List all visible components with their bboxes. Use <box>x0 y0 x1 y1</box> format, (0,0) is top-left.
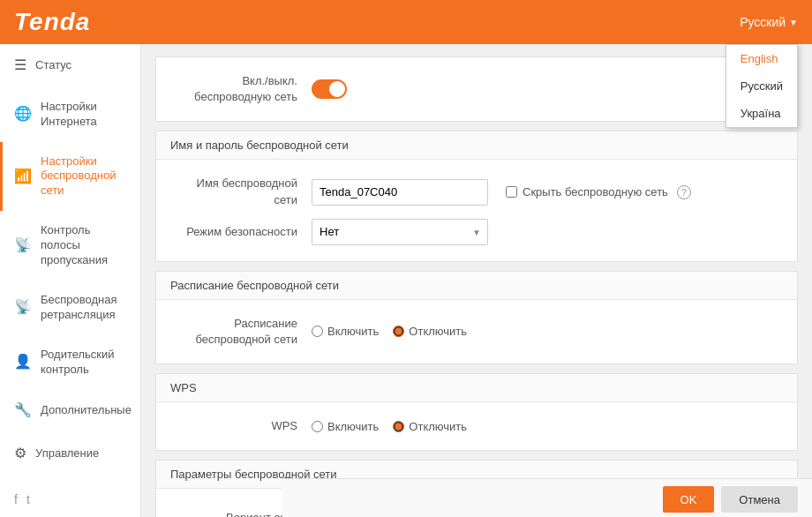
schedule-body: Расписание беспроводной сети Включить От… <box>156 300 797 363</box>
bandwidth-icon: 📡 <box>14 236 32 255</box>
network-name-title: Имя и пароль беспроводной сети <box>156 131 797 160</box>
sidebar-label-advanced: Дополнительные <box>41 403 132 418</box>
toggle-slider[interactable] <box>312 79 347 99</box>
layout: ☰ Статус 🌐 Настройки Интернета 📶 Настрой… <box>0 44 812 517</box>
security-label: Режим безопасности <box>170 224 312 240</box>
sidebar-label-parental: Родительский контроль <box>41 348 126 378</box>
wps-title: WPS <box>156 374 797 402</box>
ssid-control: Скрыть беспроводную сеть ? <box>312 179 783 206</box>
wps-control: Включить Отключить <box>312 420 783 433</box>
toggle-section: Вкл./выкл. беспроводную сеть <box>155 56 798 122</box>
wps-body: WPS Включить Отключить <box>156 402 797 450</box>
sidebar-item-parental[interactable]: 👤 Родительский контроль <box>0 335 140 390</box>
toggle-section-body: Вкл./выкл. беспроводную сеть <box>156 57 797 121</box>
security-row: Режим безопасности Нет WPA/WPA2 WEP ▼ <box>170 214 783 251</box>
schedule-row: Расписание беспроводной сети Включить От… <box>170 311 783 353</box>
hide-network-text: Скрыть беспроводную сеть <box>523 185 668 199</box>
wps-disable-radio[interactable] <box>393 421 404 432</box>
sidebar-label-bandwidth: Контроль полосы пропускания <box>41 223 126 268</box>
schedule-disable-label[interactable]: Отключить <box>393 325 467 338</box>
sidebar-label-relay: Беспроводная ретрансляция <box>41 293 126 323</box>
wps-section: WPS WPS Включить Отключить <box>155 373 798 451</box>
hide-network-checkbox[interactable] <box>506 186 517 198</box>
sidebar-item-status[interactable]: ☰ Статус <box>0 44 140 87</box>
toggle-control <box>312 79 783 99</box>
internet-icon: 🌐 <box>14 105 32 124</box>
parental-icon: 👤 <box>14 353 32 371</box>
network-name-section: Имя и пароль беспроводной сети Имя беспр… <box>155 131 798 261</box>
language-button[interactable]: Русский <box>740 15 798 29</box>
twitter-icon[interactable]: t <box>26 492 30 506</box>
manage-icon: ⚙ <box>14 445 26 463</box>
sidebar: ☰ Статус 🌐 Настройки Интернета 📶 Настрой… <box>0 44 141 517</box>
schedule-enable-label[interactable]: Включить <box>312 325 379 338</box>
help-icon[interactable]: ? <box>677 185 691 199</box>
lang-option-english[interactable]: English <box>726 45 797 72</box>
header: Tenda Русский English Русский Україна <box>0 0 812 44</box>
wps-disable-label[interactable]: Отключить <box>393 420 467 433</box>
wps-enable-radio[interactable] <box>312 421 323 432</box>
wps-enable-label[interactable]: Включить <box>312 420 379 433</box>
relay-icon: 📡 <box>14 298 32 317</box>
logo: Tenda <box>14 8 90 36</box>
sidebar-item-bandwidth[interactable]: 📡 Контроль полосы пропускания <box>0 211 140 281</box>
lang-option-ukraine[interactable]: Україна <box>726 100 797 127</box>
bottom-bar: OK Отмена <box>282 478 812 517</box>
sidebar-label-status: Статус <box>35 58 71 73</box>
sidebar-label-wifi: Настройки беспроводной сети <box>41 154 126 199</box>
sidebar-item-relay[interactable]: 📡 Беспроводная ретрансляция <box>0 281 140 335</box>
wps-disable-text: Отключить <box>409 420 467 433</box>
schedule-enable-text: Включить <box>327 325 379 338</box>
sidebar-item-advanced[interactable]: 🔧 Дополнительные <box>0 389 140 432</box>
wps-row: WPS Включить Отключить <box>170 413 783 439</box>
ssid-input[interactable] <box>312 179 488 206</box>
cancel-button[interactable]: Отмена <box>721 486 798 513</box>
schedule-disable-radio[interactable] <box>393 326 404 337</box>
status-icon: ☰ <box>14 56 26 75</box>
hide-network-label[interactable]: Скрыть беспроводную сеть ? <box>506 185 691 199</box>
security-control: Нет WPA/WPA2 WEP ▼ <box>312 219 783 245</box>
schedule-label: Расписание беспроводной сети <box>170 316 312 348</box>
lang-option-russian[interactable]: Русский <box>726 72 797 100</box>
schedule-control: Включить Отключить <box>312 325 783 338</box>
wps-enable-text: Включить <box>327 420 379 433</box>
wifi-toggle[interactable] <box>312 79 347 99</box>
sidebar-nav: ☰ Статус 🌐 Настройки Интернета 📶 Настрой… <box>0 44 140 482</box>
toggle-label: Вкл./выкл. беспроводную сеть <box>170 73 312 105</box>
security-select[interactable]: Нет WPA/WPA2 WEP <box>312 219 488 245</box>
ssid-row: Имя беспроводной сети Скрыть беспроводну… <box>170 170 783 213</box>
sidebar-footer: f t <box>0 482 140 517</box>
schedule-enable-radio[interactable] <box>312 326 323 337</box>
schedule-section: Расписание беспроводной сети Расписание … <box>155 271 798 364</box>
wps-label: WPS <box>170 418 312 434</box>
schedule-title: Расписание беспроводной сети <box>156 272 797 300</box>
sidebar-label-internet: Настройки Интернета <box>41 100 126 130</box>
schedule-disable-text: Отключить <box>409 325 467 338</box>
sidebar-label-manage: Управление <box>35 446 99 461</box>
network-name-body: Имя беспроводной сети Скрыть беспроводну… <box>156 160 797 260</box>
security-select-wrapper: Нет WPA/WPA2 WEP ▼ <box>312 219 488 245</box>
wifi-icon: 📶 <box>14 168 32 186</box>
ssid-label: Имя беспроводной сети <box>170 176 312 207</box>
advanced-icon: 🔧 <box>14 401 32 420</box>
sidebar-item-wifi[interactable]: 📶 Настройки беспроводной сети <box>0 142 140 212</box>
toggle-row: Вкл./выкл. беспроводную сеть <box>170 68 783 110</box>
ok-button[interactable]: OK <box>663 486 715 513</box>
main-content: Вкл./выкл. беспроводную сеть Имя и парол… <box>141 44 812 517</box>
facebook-icon[interactable]: f <box>14 492 18 506</box>
sidebar-item-internet[interactable]: 🌐 Настройки Интернета <box>0 87 140 142</box>
sidebar-item-manage[interactable]: ⚙ Управление <box>0 432 140 476</box>
language-dropdown: English Русский Україна <box>726 44 798 128</box>
